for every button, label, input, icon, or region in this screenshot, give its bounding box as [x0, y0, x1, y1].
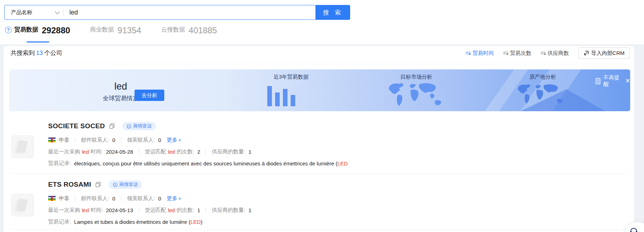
tab-label: 云搜数据 — [161, 26, 185, 35]
import-icon — [583, 50, 589, 56]
results-count: 13 — [36, 50, 43, 56]
sort-label: 贸易时间 — [473, 50, 494, 57]
search-category-label: 产品名称 — [11, 9, 32, 16]
keyword-highlight: led — [168, 149, 175, 155]
divider — [121, 137, 121, 143]
more-label: 更多 — [167, 195, 177, 202]
search-category-dropdown[interactable]: 产品名称 — [5, 9, 63, 16]
sort-trade-count[interactable]: 贸易次数 — [503, 50, 531, 57]
email-contacts-label: 邮件联系人: — [81, 195, 109, 202]
page: 产品名称 搜 索 ? 贸易数据 292880 商业数据 91354 云搜数据 4… — [0, 0, 644, 232]
country-flag-icon — [48, 137, 56, 142]
banner-origin-title: 原产地分析 — [511, 74, 575, 80]
radar-icon — [127, 124, 131, 129]
linkedin-contacts-label: 领英联系人: — [127, 137, 155, 143]
sort-trade-time[interactable]: 贸易时间 — [466, 50, 494, 57]
analysis-banner: led 全球贸易情况 去分析 近3年贸易数据 目标市场分析 — [9, 69, 630, 111]
supplier-count-value: 1 — [249, 149, 251, 155]
freight-match-label: 货运匹配 — [145, 148, 166, 155]
more-label: 更多 — [167, 137, 177, 143]
linkedin-contacts-value: 0 — [158, 137, 161, 143]
email-contacts-value: 0 — [112, 196, 115, 202]
country-flag-icon — [48, 196, 56, 201]
radar-icon — [113, 182, 118, 187]
sort-toolbar: 贸易时间 贸易次数 供应商数 导入内部CRM — [466, 47, 630, 59]
card-divider — [11, 174, 627, 174]
keyword-highlight: led — [168, 207, 175, 213]
dismiss-label: 不再提醒 — [603, 74, 620, 88]
keyword-highlight: led — [82, 207, 89, 213]
sort-supplier-count[interactable]: 供应商数 — [541, 50, 569, 57]
trade-record-text: électriques, conçus pour être utilisés u… — [74, 160, 337, 166]
tab-trade-data[interactable]: ? 贸易数据 292880 — [5, 26, 70, 35]
trade-record-highlight: LED — [190, 219, 201, 225]
divider — [121, 196, 121, 201]
business-radar-badge[interactable]: 商情雷达 — [109, 180, 142, 189]
trade-bar — [291, 95, 295, 106]
dismiss-checkbox[interactable] — [595, 78, 600, 84]
search-box: 产品名称 — [4, 5, 316, 20]
trade-bars — [267, 86, 295, 106]
trade-record-label: 贸易记录: — [48, 160, 71, 167]
dismiss-group: 不再提醒 ✕ — [595, 74, 630, 88]
divider — [75, 196, 75, 201]
sort-icon — [466, 51, 471, 56]
tab-count: 401885 — [189, 26, 217, 35]
tab-cloud-search[interactable]: 云搜数据 401885 — [161, 26, 217, 35]
world-map-icon — [385, 81, 448, 111]
email-contacts-value: 0 — [112, 137, 115, 143]
banner-market-title: 目标市场分析 — [384, 74, 448, 80]
business-radar-badge[interactable]: 商情雷达 — [122, 122, 156, 130]
linkedin-contacts-value: 0 — [158, 196, 161, 202]
divider — [206, 149, 206, 154]
last-purchase-label: 最近一次采购 — [48, 207, 80, 214]
last-purchase-date: 2024-05-13 — [106, 207, 133, 213]
more-link[interactable]: 更多› — [167, 195, 181, 202]
trade-record-highlight: LED — [337, 160, 348, 166]
sort-label: 供应商数 — [548, 50, 569, 57]
last-purchase-label: 最近一次采购 — [48, 148, 80, 155]
tab-label: 商业数据 — [90, 26, 114, 35]
chevron-right-icon: › — [179, 195, 181, 202]
tab-business-data[interactable]: 商业数据 91354 — [90, 26, 141, 35]
tab-bar: ? 贸易数据 292880 商业数据 91354 云搜数据 401885 — [5, 26, 217, 35]
tab-label: 贸易数据 — [14, 26, 38, 35]
search-input[interactable] — [64, 9, 315, 16]
analyze-button[interactable]: 去分析 — [135, 90, 164, 101]
results-suffix: 个公司 — [44, 50, 62, 56]
last-purchase-label-2: 时间: — [91, 148, 103, 155]
company-thumbnail — [11, 194, 34, 216]
trade-bar — [283, 89, 287, 106]
help-icon[interactable]: ? — [5, 27, 12, 33]
close-icon[interactable]: ✕ — [625, 78, 630, 84]
supplier-count-label: 供应商的数量: — [212, 148, 245, 155]
trade-record-text: Lampes et tubes à diodes émettrices de l… — [74, 219, 190, 225]
copy-icon[interactable] — [109, 123, 115, 129]
badge-label: 商情雷达 — [119, 181, 138, 188]
import-crm-button[interactable]: 导入内部CRM — [578, 47, 630, 59]
keyword-highlight: led — [82, 149, 89, 155]
divider — [206, 208, 206, 213]
trade-bar — [275, 92, 280, 106]
freight-match-value: 1 — [197, 207, 200, 213]
chevron-right-icon: › — [179, 136, 181, 143]
freight-match-value: 2 — [197, 149, 200, 155]
company-name[interactable]: SOCIETE SOCED — [48, 122, 105, 130]
company-name[interactable]: ETS ROSAMI — [48, 181, 91, 188]
trade-record-tail: ) — [201, 219, 203, 225]
copy-icon[interactable] — [95, 182, 101, 187]
company-card: ETS ROSAMI 商情雷达 中非 邮件联系人: — [11, 180, 251, 226]
sort-icon — [503, 51, 508, 56]
country-name: 中非 — [59, 137, 69, 143]
badge-label: 商情雷达 — [133, 123, 152, 129]
linkedin-contacts-label: 领英联系人: — [127, 195, 155, 202]
search-button[interactable]: 搜 索 — [316, 5, 350, 20]
supplier-count-value: 1 — [249, 207, 251, 213]
main-area: 共搜索到13个公司 贸易时间 贸易次数 供应商数 导入内部CRM — [0, 44, 644, 232]
tab-count: 91354 — [118, 26, 141, 35]
more-link[interactable]: 更多› — [167, 136, 181, 143]
divider — [139, 149, 139, 154]
freight-match-label-2: 的次数: — [177, 148, 194, 155]
freight-match-label: 货运匹配 — [145, 207, 166, 214]
headset-icon — [629, 226, 638, 232]
